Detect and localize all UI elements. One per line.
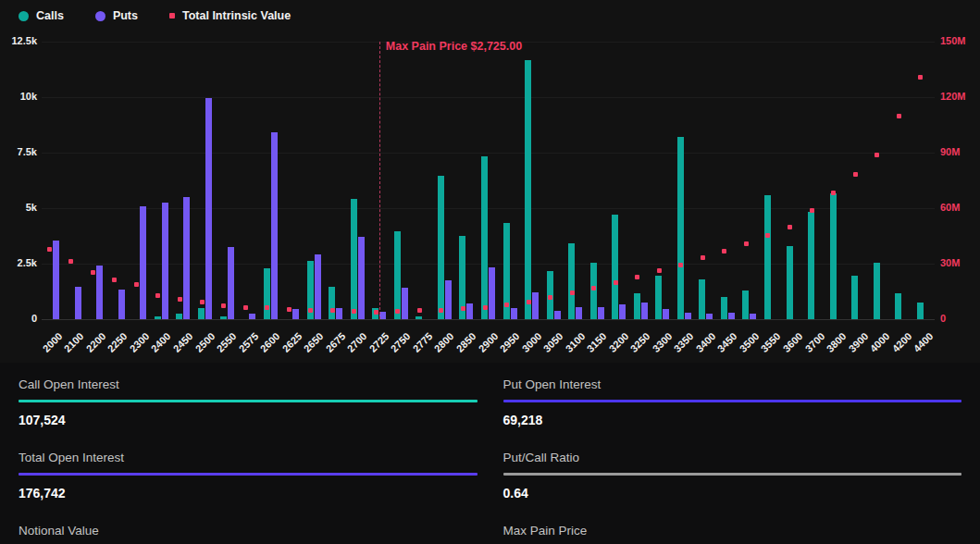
calls-bar[interactable]	[590, 263, 597, 319]
intrinsic-value-dot[interactable]	[68, 259, 73, 264]
puts-bar[interactable]	[75, 287, 81, 319]
puts-bar[interactable]	[183, 197, 190, 319]
intrinsic-value-dot[interactable]	[765, 233, 770, 238]
calls-bar[interactable]	[264, 268, 270, 319]
calls-bar[interactable]	[525, 60, 531, 319]
puts-bar[interactable]	[466, 303, 473, 319]
puts-bar[interactable]	[750, 314, 756, 319]
intrinsic-value-dot[interactable]	[504, 303, 509, 307]
intrinsic-value-dot[interactable]	[395, 309, 400, 314]
legend-item-total-intrinsic-value[interactable]: Total Intrinsic Value	[169, 9, 291, 22]
puts-bar[interactable]	[532, 292, 539, 319]
intrinsic-value-dot[interactable]	[897, 114, 901, 118]
puts-bar[interactable]	[140, 206, 146, 319]
legend-item-puts[interactable]: Puts	[95, 9, 138, 22]
intrinsic-value-dot[interactable]	[701, 255, 705, 260]
calls-bar[interactable]	[351, 199, 357, 319]
intrinsic-value-dot[interactable]	[657, 268, 662, 273]
calls-bar[interactable]	[830, 193, 837, 319]
intrinsic-value-dot[interactable]	[614, 280, 618, 285]
calls-bar[interactable]	[764, 195, 771, 319]
intrinsic-value-dot[interactable]	[200, 300, 205, 304]
puts-bar[interactable]	[554, 311, 561, 319]
puts-bar[interactable]	[598, 307, 604, 319]
calls-bar[interactable]	[655, 276, 662, 319]
intrinsic-value-dot[interactable]	[744, 241, 749, 246]
calls-bar[interactable]	[568, 243, 575, 319]
intrinsic-value-dot[interactable]	[461, 306, 465, 311]
intrinsic-value-dot[interactable]	[330, 308, 335, 313]
calls-bar[interactable]	[176, 314, 182, 319]
puts-bar[interactable]	[358, 237, 365, 319]
puts-bar[interactable]	[118, 290, 125, 319]
puts-bar[interactable]	[205, 98, 212, 319]
calls-bar[interactable]	[416, 316, 422, 319]
intrinsic-value-dot[interactable]	[352, 309, 356, 314]
calls-bar[interactable]	[634, 293, 640, 319]
intrinsic-value-dot[interactable]	[810, 208, 814, 213]
intrinsic-value-dot[interactable]	[527, 300, 531, 304]
intrinsic-value-dot[interactable]	[47, 247, 52, 252]
calls-bar[interactable]	[198, 308, 205, 319]
intrinsic-value-dot[interactable]	[134, 282, 139, 287]
puts-bar[interactable]	[53, 241, 59, 319]
intrinsic-value-dot[interactable]	[875, 153, 879, 157]
intrinsic-value-dot[interactable]	[287, 307, 292, 312]
puts-bar[interactable]	[445, 280, 452, 319]
intrinsic-value-dot[interactable]	[788, 225, 792, 229]
intrinsic-value-dot[interactable]	[918, 75, 923, 80]
intrinsic-value-dot[interactable]	[591, 286, 596, 291]
calls-bar[interactable]	[612, 215, 618, 319]
calls-bar[interactable]	[787, 246, 793, 319]
intrinsic-value-dot[interactable]	[853, 172, 858, 177]
calls-bar[interactable]	[699, 279, 705, 319]
calls-bar[interactable]	[394, 231, 401, 319]
intrinsic-value-dot[interactable]	[548, 295, 552, 300]
puts-bar[interactable]	[402, 288, 408, 319]
calls-bar[interactable]	[917, 303, 924, 319]
calls-bar[interactable]	[438, 176, 444, 319]
puts-bar[interactable]	[379, 312, 386, 319]
puts-bar[interactable]	[576, 307, 582, 319]
calls-bar[interactable]	[329, 287, 335, 319]
legend-item-calls[interactable]: Calls	[19, 9, 64, 22]
puts-bar[interactable]	[706, 314, 713, 319]
puts-bar[interactable]	[96, 266, 103, 319]
calls-bar[interactable]	[155, 316, 161, 319]
puts-bar[interactable]	[489, 267, 495, 319]
intrinsic-value-dot[interactable]	[417, 308, 422, 313]
intrinsic-value-dot[interactable]	[265, 305, 269, 310]
intrinsic-value-dot[interactable]	[178, 297, 182, 302]
calls-bar[interactable]	[677, 137, 684, 319]
intrinsic-value-dot[interactable]	[722, 249, 726, 253]
intrinsic-value-dot[interactable]	[91, 270, 95, 275]
intrinsic-value-dot[interactable]	[483, 305, 488, 310]
intrinsic-value-dot[interactable]	[308, 308, 313, 313]
puts-bar[interactable]	[249, 314, 255, 319]
puts-bar[interactable]	[511, 308, 517, 319]
calls-bar[interactable]	[481, 156, 488, 319]
intrinsic-value-dot[interactable]	[439, 308, 443, 313]
calls-bar[interactable]	[851, 276, 858, 319]
puts-bar[interactable]	[336, 308, 342, 319]
puts-bar[interactable]	[292, 309, 299, 319]
intrinsic-value-dot[interactable]	[570, 291, 575, 295]
intrinsic-value-dot[interactable]	[221, 303, 226, 308]
calls-bar[interactable]	[874, 263, 880, 319]
puts-bar[interactable]	[315, 254, 321, 319]
puts-bar[interactable]	[641, 303, 648, 319]
calls-bar[interactable]	[895, 293, 901, 319]
calls-bar[interactable]	[808, 212, 814, 319]
intrinsic-value-dot[interactable]	[155, 293, 160, 298]
intrinsic-value-dot[interactable]	[112, 278, 117, 282]
puts-bar[interactable]	[685, 313, 691, 319]
intrinsic-value-dot[interactable]	[678, 263, 683, 267]
puts-bar[interactable]	[162, 203, 168, 319]
puts-bar[interactable]	[271, 132, 278, 319]
intrinsic-value-dot[interactable]	[635, 275, 639, 279]
puts-bar[interactable]	[728, 313, 735, 319]
calls-bar[interactable]	[721, 297, 727, 319]
puts-bar[interactable]	[619, 304, 626, 319]
puts-bar[interactable]	[228, 247, 234, 319]
intrinsic-value-dot[interactable]	[831, 191, 836, 195]
